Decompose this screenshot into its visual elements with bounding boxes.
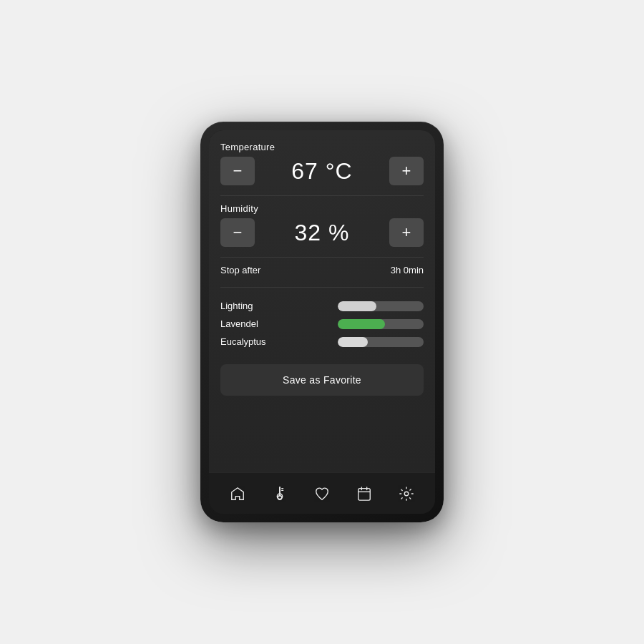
eucalyptus-fill xyxy=(338,337,368,347)
lavendel-row: Lavendel xyxy=(220,318,424,329)
stop-after-value: 3h 0min xyxy=(391,265,424,275)
lavendel-fill xyxy=(338,319,385,329)
humidity-decrease-button[interactable]: − xyxy=(220,218,255,247)
screen: Temperature − 67 °C + Humidity − 32 % + xyxy=(209,130,435,514)
save-btn-container: Save as Favorite xyxy=(220,364,424,396)
lavendel-label: Lavendel xyxy=(220,318,278,329)
humidity-control-row: − 32 % + xyxy=(220,218,424,247)
eucalyptus-row: Eucalyptus xyxy=(220,336,424,347)
device: Temperature − 67 °C + Humidity − 32 % + xyxy=(200,122,444,522)
humidity-increase-button[interactable]: + xyxy=(389,218,424,247)
lighting-row: Lighting xyxy=(220,301,424,311)
sliders-section: Lighting Lavendel Eucalyptus xyxy=(220,301,424,354)
lighting-fill xyxy=(338,301,376,311)
nav-settings-icon[interactable] xyxy=(394,481,419,507)
screen-content: Temperature − 67 °C + Humidity − 32 % + xyxy=(209,130,435,472)
lighting-label: Lighting xyxy=(220,301,278,311)
temperature-increase-button[interactable]: + xyxy=(389,157,424,185)
lighting-slider[interactable] xyxy=(338,301,424,311)
svg-rect-2 xyxy=(358,488,371,500)
temperature-value: 67 °C xyxy=(291,158,352,185)
save-as-favorite-button[interactable]: Save as Favorite xyxy=(220,364,424,396)
nav-favorites-icon[interactable] xyxy=(309,481,335,507)
divider-2 xyxy=(220,257,424,258)
nav-schedule-icon[interactable] xyxy=(351,481,377,507)
humidity-value: 32 % xyxy=(295,220,350,246)
humidity-label: Humidity xyxy=(220,203,424,214)
stop-after-row: Stop after 3h 0min xyxy=(220,265,424,275)
lavendel-slider[interactable] xyxy=(338,319,424,329)
nav-home-icon[interactable] xyxy=(225,481,250,507)
temperature-label: Temperature xyxy=(220,142,424,152)
divider-3 xyxy=(220,287,424,288)
eucalyptus-slider[interactable] xyxy=(338,337,424,347)
temperature-section: Temperature − 67 °C + xyxy=(220,142,424,194)
temperature-control-row: − 67 °C + xyxy=(220,157,424,185)
divider-1 xyxy=(220,195,424,196)
temperature-decrease-button[interactable]: − xyxy=(220,157,255,185)
bottom-nav xyxy=(209,472,435,514)
nav-temperature-icon[interactable] xyxy=(267,481,293,507)
svg-point-6 xyxy=(405,492,409,496)
stop-after-label: Stop after xyxy=(220,265,260,275)
eucalyptus-label: Eucalyptus xyxy=(220,336,278,347)
humidity-section: Humidity − 32 % + xyxy=(220,203,424,255)
